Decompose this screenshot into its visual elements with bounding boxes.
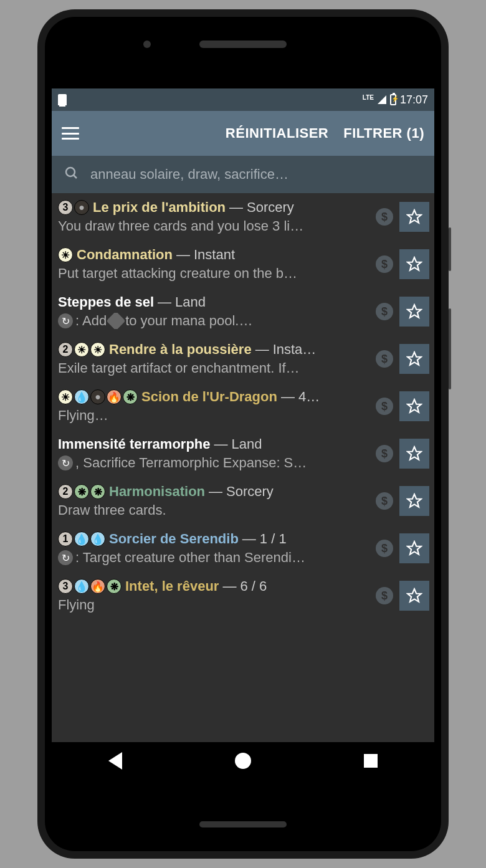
status-bar: LTE 17:07 [52,88,434,111]
card-name: Harmonisation [109,484,205,500]
mana-cost: ☀💧●🔥❋ [58,389,138,404]
reset-button[interactable]: RÉINITIALISER [226,125,328,141]
card-list[interactable]: 3●Le prix de l'ambition — SorceryYou dra… [52,193,434,780]
card-type: Sorcery [226,484,274,500]
tap-icon: ↻ [58,455,73,470]
favorite-button[interactable] [399,297,429,327]
card-type: Land [175,294,206,310]
card-row[interactable]: 3💧🔥❋Intet, le rêveur — 6 / 6Flying$ [52,572,434,619]
mana-symbol-r: 🔥 [107,389,122,404]
card-text: Exile target artifact or enchantment. If… [58,360,371,376]
card-row[interactable]: Immensité terramorphe — Land↻, Sacrifice… [52,430,434,477]
mana-symbol-n: 3 [58,579,73,594]
mana-symbol-n: 2 [58,342,73,357]
card-row[interactable]: ☀💧●🔥❋Scion de l'Ur-Dragon — 4…Flying…$ [52,383,434,430]
svg-marker-9 [407,541,421,555]
search-placeholder: anneau solaire, draw, sacrifice… [90,166,288,183]
mana-symbol-n: 3 [58,200,73,215]
card-row[interactable]: 2☀☀Rendre à la poussière — Insta…Exile t… [52,335,434,383]
mana-cost: ☀ [58,247,73,262]
mana-symbol-r: 🔥 [90,579,105,594]
card-row[interactable]: Steppes de sel — Land↻: Add to your mana… [52,288,434,335]
price-icon[interactable]: $ [376,587,393,604]
favorite-button[interactable] [399,202,429,232]
favorite-button[interactable] [399,486,429,516]
mana-symbol-u: 💧 [74,579,89,594]
price-icon[interactable]: $ [376,350,393,368]
price-icon[interactable]: $ [376,445,393,462]
mana-cost: 3💧🔥❋ [58,579,122,594]
card-text: ↻, Sacrifice Terramorphic Expanse: S… [58,455,371,471]
svg-marker-5 [407,352,421,365]
favorite-button[interactable] [399,533,429,563]
price-icon[interactable]: $ [376,255,393,273]
svg-marker-6 [407,399,421,413]
svg-marker-4 [407,305,421,318]
app-bar: RÉINITIALISER FILTRER (1) [52,111,434,156]
price-icon[interactable]: $ [376,540,393,557]
favorite-button[interactable] [399,581,429,611]
mana-symbol-g: ❋ [123,389,138,404]
svg-marker-8 [407,494,421,507]
card-name: Steppes de sel [58,294,154,310]
card-text: Flying… [58,408,371,424]
card-text: Draw three cards. [58,502,371,518]
search-icon [64,166,79,183]
back-button[interactable] [108,752,122,770]
price-icon[interactable]: $ [376,492,393,510]
mana-symbol-u: 💧 [90,532,105,546]
card-row[interactable]: 2❋❋Harmonisation — SorceryDraw three car… [52,477,434,525]
card-text: ↻: Add to your mana pool.… [58,313,371,329]
mana-symbol-n: 2 [58,484,73,499]
card-name: Scion de l'Ur-Dragon [141,389,277,405]
mana-symbol-u: 💧 [74,389,89,404]
mana-cost: 1💧💧 [58,532,105,546]
card-type: Instant [194,247,235,263]
mana-symbol-b: ● [90,389,105,404]
svg-marker-10 [407,589,421,602]
filter-button[interactable]: FILTRER (1) [343,125,424,141]
tap-icon: ↻ [58,550,73,565]
mana-symbol-b: ● [74,200,89,215]
recent-button[interactable] [364,754,378,768]
mana-symbol-g: ❋ [74,484,89,499]
mana-symbol-g: ❋ [107,579,122,594]
price-icon[interactable]: $ [376,398,393,415]
home-button[interactable] [235,753,251,769]
mana-symbol-u: 💧 [74,532,89,546]
price-icon[interactable]: $ [376,303,393,320]
card-text: Flying [58,597,371,613]
card-type: 1 / 1 [260,531,287,547]
battery-charging-icon [390,94,396,105]
card-type: 4… [298,389,320,405]
card-name: Immensité terramorphe [58,436,211,452]
mana-symbol-w: ☀ [90,342,105,357]
card-text: ↻: Target creature other than Serendi… [58,550,371,566]
card-text: You draw three cards and you lose 3 li… [58,218,371,234]
card-row[interactable]: 1💧💧Sorcier de Serendib — 1 / 1↻: Target … [52,525,434,572]
favorite-button[interactable] [399,249,429,279]
card-type: Insta… [273,341,317,358]
favorite-button[interactable] [399,439,429,469]
mana-symbol-w: ☀ [58,389,73,404]
lte-icon: LTE [363,94,374,101]
card-name: Le prix de l'ambition [93,199,226,216]
menu-icon[interactable] [62,127,79,140]
mana-symbol-n: 1 [58,532,73,546]
svg-marker-3 [407,257,421,270]
favorite-button[interactable] [399,344,429,374]
price-icon[interactable]: $ [376,208,393,226]
card-type: Sorcery [247,199,294,216]
svg-line-1 [74,175,77,178]
search-bar[interactable]: anneau solaire, draw, sacrifice… [52,156,434,193]
mana-symbol-w: ☀ [58,247,73,262]
svg-marker-2 [407,210,421,223]
sd-card-icon [58,94,67,105]
favorite-button[interactable] [399,391,429,421]
card-name: Intet, le rêveur [125,578,219,594]
card-row[interactable]: ☀Condamnation — InstantPut target attack… [52,241,434,288]
card-row[interactable]: 3●Le prix de l'ambition — SorceryYou dra… [52,193,434,241]
card-name: Rendre à la poussière [109,341,252,358]
system-nav-bar [52,742,434,780]
signal-icon [378,95,386,104]
